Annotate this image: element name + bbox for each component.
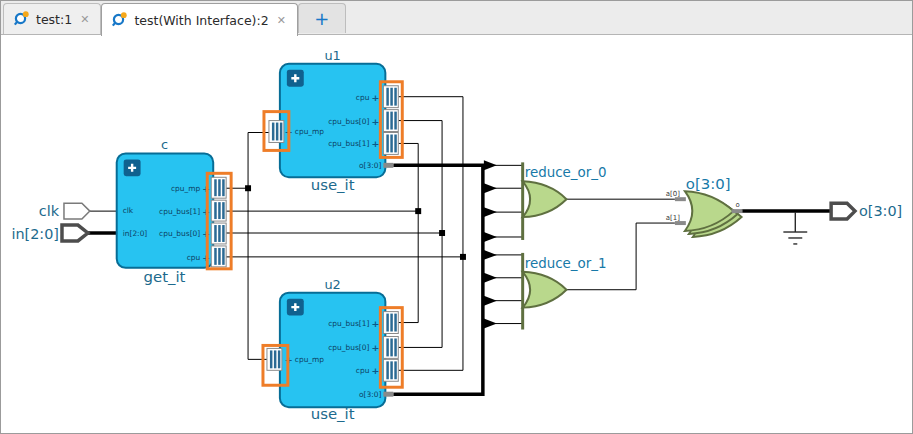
- interface-pin-icon: [383, 110, 398, 132]
- tab-test-1[interactable]: test:1 ✕: [3, 3, 101, 34]
- instance-label: get_it: [144, 268, 186, 286]
- output-port-o[interactable]: [831, 203, 855, 219]
- port-label-o: o[3:0]: [859, 203, 902, 219]
- tab-test-with-interface-2[interactable]: test(With Interface):2 ✕: [101, 3, 297, 36]
- interface-pin-icon: [383, 312, 398, 334]
- tab-label: test:1: [36, 12, 72, 27]
- interface-pin-icon: [383, 336, 398, 358]
- pin-label-cpu: cpu: [356, 366, 370, 375]
- net-junction: [245, 185, 251, 191]
- pin-label-cpu-bus0: cpu_bus[0]: [328, 117, 369, 126]
- bus-tap-arrow: [484, 250, 497, 260]
- bus-o-u1-u2[interactable]: [393, 165, 483, 394]
- port-label-in: in[2:0]: [11, 226, 59, 242]
- input-port-clk[interactable]: [64, 203, 90, 219]
- schematic-canvas[interactable]: clk in[2:0] o[3:0] c get_it clk in[2:0] …: [1, 35, 912, 433]
- block-c-get-it[interactable]: c get_it clk in[2:0] cpu_mp cpu_bus[1] c…: [117, 137, 214, 285]
- bus-tap-arrow: [484, 207, 497, 217]
- interface-icon-u2-left[interactable]: [267, 348, 282, 370]
- bus-tap-arrow: [484, 273, 497, 283]
- instance-label: use_it: [311, 176, 355, 194]
- expand-plus-icon[interactable]: [287, 70, 304, 87]
- block-title: c: [161, 137, 168, 152]
- pin-label-cpu-mp: cpu_mp: [295, 355, 325, 364]
- expand-plus-icon[interactable]: [124, 159, 141, 176]
- pin-label-cpu-mp: cpu_mp: [171, 184, 201, 193]
- pin-label-cpu: cpu: [356, 93, 370, 102]
- ground-symbol: [783, 212, 807, 244]
- gate-label: reduce_or_1: [525, 256, 607, 271]
- tab-label: test(With Interface):2: [134, 13, 268, 28]
- interface-icons-u2-right[interactable]: [383, 312, 398, 382]
- pin-label-o: o[3:0]: [359, 161, 381, 170]
- bus-tap-arrow: [484, 160, 497, 170]
- gate-label: reduce_or_0: [525, 165, 607, 180]
- bus-pin-stub: [383, 392, 393, 397]
- expand-plus-icon[interactable]: [287, 299, 304, 316]
- interface-pin-icon: [211, 200, 226, 221]
- bus-tap-arrow: [484, 319, 497, 329]
- gate-reduce-or-1[interactable]: reduce_or_1: [523, 253, 607, 330]
- block-title: u2: [324, 277, 340, 292]
- tab-close-icon[interactable]: ✕: [78, 13, 91, 26]
- pin-label-in: in[2:0]: [123, 229, 148, 238]
- interface-pin-plus-icon: +: [371, 342, 379, 353]
- plus-icon: +: [314, 8, 329, 29]
- interface-pin-icon: [383, 359, 398, 381]
- gate-label: o[3:0]: [686, 175, 731, 193]
- interface-pin-icon: [383, 133, 398, 155]
- net-junction: [460, 254, 466, 260]
- port-label-clk: clk: [39, 203, 60, 219]
- net-junction: [415, 208, 421, 214]
- net-junction: [439, 230, 445, 236]
- block-u2-use-it[interactable]: u2 use_it + cpu_mp cpu_bus[1] cpu_bus[0]…: [280, 277, 393, 423]
- bus-taps-reduce-or-0: [483, 160, 523, 242]
- gate-output-label-o: o: [736, 201, 740, 209]
- block-u1-use-it[interactable]: u1 use_it + cpu_mp cpu cpu_bus[0] cpu_bu…: [280, 48, 393, 194]
- new-tab-button[interactable]: +: [298, 3, 346, 33]
- interface-pin-plus-icon: +: [371, 138, 379, 149]
- pin-label-cpu-mp: cpu_mp: [295, 128, 325, 137]
- pin-label-clk: clk: [123, 206, 134, 215]
- instance-label: use_it: [311, 405, 355, 423]
- pin-label-cpu-bus0: cpu_bus[0]: [328, 343, 369, 352]
- bus-taps-reduce-or-1: [483, 250, 523, 329]
- interface-pin-plus-icon: +: [371, 365, 379, 376]
- pin-label-cpu-bus1: cpu_bus[1]: [328, 319, 369, 328]
- interface-pin-icon: [211, 223, 226, 244]
- gate-reduce-or-0[interactable]: reduce_or_0: [523, 162, 607, 240]
- schematic-tab-icon: [13, 11, 30, 27]
- schematic-tab-icon: [111, 12, 128, 28]
- bus-tap-arrow: [484, 232, 497, 242]
- interface-pin-icon: [383, 86, 398, 108]
- tab-close-icon[interactable]: ✕: [275, 14, 288, 27]
- bus-tap-arrow: [484, 183, 497, 193]
- gate-input-label-a0: a[0]: [666, 190, 680, 198]
- interface-icons-u1-right[interactable]: [383, 86, 398, 155]
- or-gate-body[interactable]: [523, 272, 567, 308]
- input-port-in[interactable]: [62, 225, 88, 241]
- block-title: u1: [324, 48, 340, 63]
- pin-label-cpu-bus1: cpu_bus[1]: [328, 139, 369, 148]
- gate-output-stack[interactable]: o[3:0] a[0] a[1] o: [666, 175, 743, 237]
- interface-icon-u1-left[interactable]: [269, 121, 284, 143]
- or-gate-body[interactable]: [523, 181, 567, 217]
- schematic-viewer-window: test:1 ✕ test(With Interface):2 ✕ +: [0, 0, 913, 434]
- pin-label-cpu-bus1: cpu_bus[1]: [159, 207, 200, 216]
- pin-label-cpu: cpu: [187, 253, 201, 262]
- interface-pin-icon: [211, 246, 226, 267]
- interface-pin-plus-icon: +: [371, 92, 379, 103]
- interface-pin-plus-icon: +: [371, 318, 379, 329]
- pin-label-cpu-bus0: cpu_bus[0]: [159, 229, 200, 238]
- interface-pin-plus-icon: +: [371, 116, 379, 127]
- tab-bar: test:1 ✕ test(With Interface):2 ✕ +: [1, 1, 912, 35]
- bus-tap-arrow: [484, 296, 497, 306]
- gate-input-label-a1: a[1]: [666, 214, 680, 222]
- bus-pin-stub: [383, 163, 393, 168]
- interface-pin-icon: [211, 177, 226, 198]
- pin-label-o: o[3:0]: [359, 390, 381, 399]
